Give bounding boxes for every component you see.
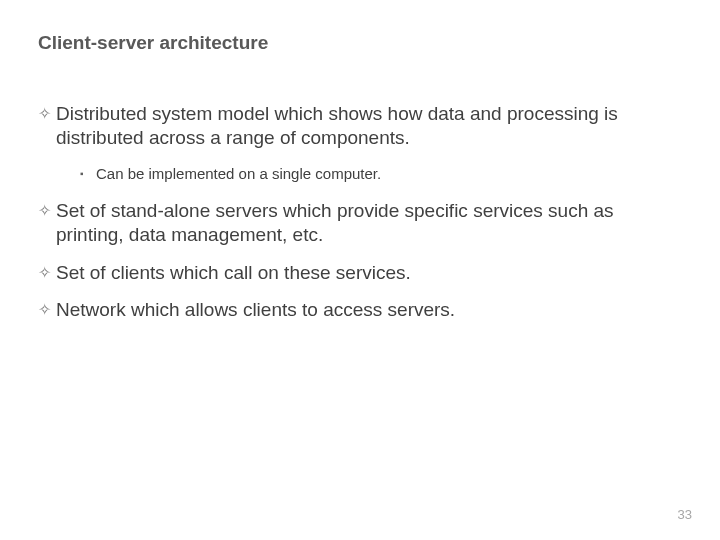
bullet-item: ✧ Set of stand-alone servers which provi… (38, 199, 682, 247)
sub-bullet-text: Can be implemented on a single computer. (96, 164, 682, 184)
slide-title: Client-server architecture (38, 32, 682, 54)
bullet-text: Set of clients which call on these servi… (56, 261, 682, 285)
bullet-text: Distributed system model which shows how… (56, 102, 682, 150)
bullet-item: ✧ Set of clients which call on these ser… (38, 261, 682, 285)
slide: Client-server architecture ✧ Distributed… (0, 0, 720, 322)
diamond-icon: ✧ (38, 102, 56, 124)
sub-bullet-item: ▪ Can be implemented on a single compute… (80, 164, 682, 184)
bullet-list: ✧ Distributed system model which shows h… (38, 102, 682, 322)
diamond-icon: ✧ (38, 261, 56, 283)
bullet-text: Network which allows clients to access s… (56, 298, 682, 322)
diamond-icon: ✧ (38, 199, 56, 221)
diamond-icon: ✧ (38, 298, 56, 320)
bullet-item: ✧ Network which allows clients to access… (38, 298, 682, 322)
bullet-text: Set of stand-alone servers which provide… (56, 199, 682, 247)
square-icon: ▪ (80, 164, 96, 180)
page-number: 33 (678, 507, 692, 522)
bullet-item: ✧ Distributed system model which shows h… (38, 102, 682, 150)
